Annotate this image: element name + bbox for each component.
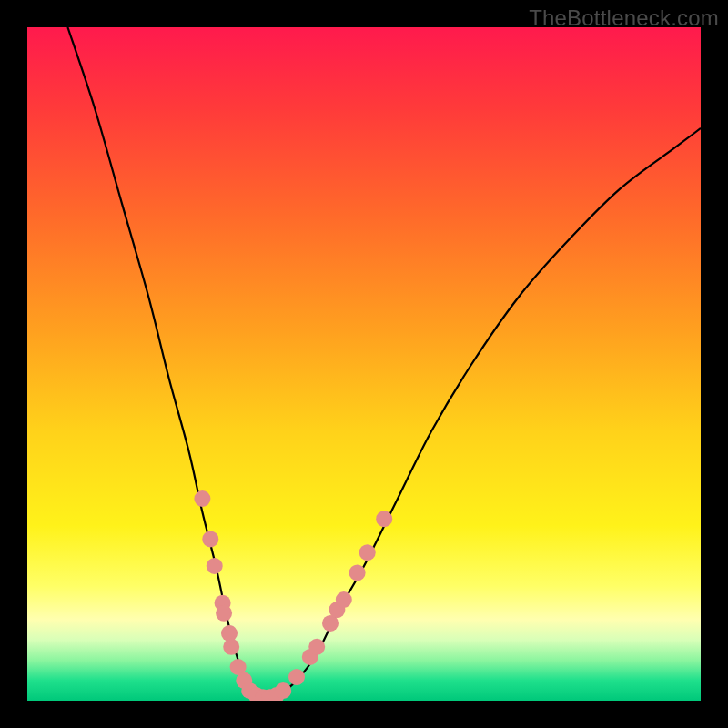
data-marker bbox=[216, 605, 232, 622]
marker-group bbox=[194, 490, 392, 701]
chart-frame: TheBottleneck.com bbox=[0, 0, 728, 728]
data-marker bbox=[194, 490, 210, 507]
plot-area bbox=[27, 27, 701, 701]
data-marker bbox=[349, 564, 366, 581]
data-marker bbox=[359, 544, 376, 561]
data-marker bbox=[223, 639, 239, 655]
chart-svg bbox=[27, 27, 701, 701]
watermark-text: TheBottleneck.com bbox=[529, 5, 719, 31]
data-marker bbox=[288, 669, 305, 685]
data-marker bbox=[336, 592, 352, 608]
data-marker bbox=[275, 682, 291, 699]
bottleneck-curve bbox=[67, 27, 701, 697]
data-marker bbox=[202, 531, 218, 547]
data-marker bbox=[376, 511, 392, 527]
data-marker bbox=[308, 639, 325, 655]
data-marker bbox=[207, 558, 223, 574]
